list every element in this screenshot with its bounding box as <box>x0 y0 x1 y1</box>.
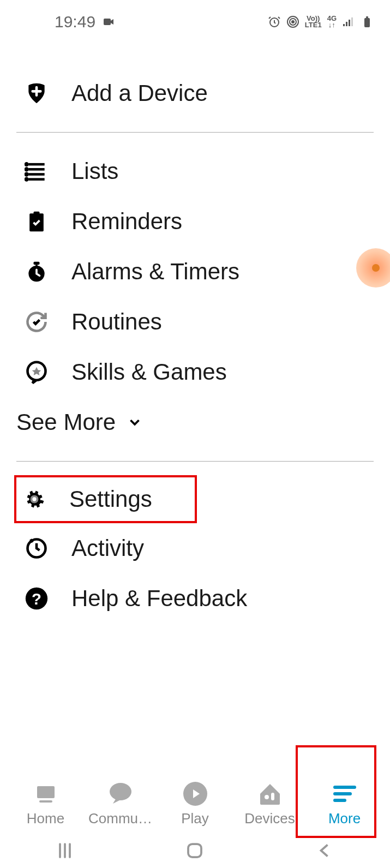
main-content: Add a Device Lists Reminders Alarms & Ti… <box>0 33 390 624</box>
svg-rect-10 <box>366 16 368 18</box>
nav-home[interactable]: Home <box>8 781 83 827</box>
activity-icon <box>25 536 49 560</box>
divider <box>16 132 374 133</box>
hotspot-icon <box>286 15 299 28</box>
clipboard-check-icon <box>25 209 49 234</box>
plus-shield-icon <box>25 81 49 105</box>
routines-icon <box>25 310 49 334</box>
alarms-timers-label: Alarms & Timers <box>71 259 239 285</box>
alarm-clock-icon <box>268 15 281 28</box>
svg-rect-7 <box>349 20 350 26</box>
nav-more-label: More <box>328 810 361 827</box>
svg-rect-6 <box>346 22 347 26</box>
gear-icon <box>22 487 46 511</box>
reminders-item[interactable]: Reminders <box>16 196 374 247</box>
devices-icon <box>257 781 283 807</box>
nav-home-label: Home <box>27 810 64 827</box>
lists-item[interactable]: Lists <box>16 146 374 196</box>
routines-label: Routines <box>71 309 162 335</box>
video-camera-icon <box>102 15 115 28</box>
battery-icon <box>361 15 374 28</box>
divider <box>16 461 374 462</box>
status-time: 19:49 <box>55 13 95 31</box>
chevron-down-icon <box>127 414 143 430</box>
nav-devices-label: Devices <box>244 810 295 827</box>
svg-point-16 <box>26 169 28 171</box>
alarms-timers-item[interactable]: Alarms & Timers <box>16 247 374 297</box>
svg-rect-33 <box>271 793 274 800</box>
status-bar: 19:49 Vo))LTE1 4G↓↑ <box>0 0 390 33</box>
help-feedback-label: Help & Feedback <box>71 585 247 612</box>
settings-label: Settings <box>69 486 152 512</box>
alarm-icon <box>25 260 49 284</box>
svg-rect-9 <box>364 18 370 27</box>
skills-games-item[interactable]: Skills & Games <box>16 347 374 397</box>
svg-rect-40 <box>188 844 201 857</box>
svg-rect-8 <box>351 17 353 26</box>
nav-play[interactable]: Play <box>158 781 232 827</box>
signal-icon <box>342 15 355 28</box>
svg-rect-0 <box>104 19 111 25</box>
add-device-item[interactable]: Add a Device <box>16 68 374 118</box>
see-more-label: See More <box>16 409 116 435</box>
svg-point-17 <box>26 173 28 176</box>
nav-communicate-label: Commu… <box>88 810 152 827</box>
reminders-label: Reminders <box>71 208 182 235</box>
svg-point-18 <box>26 178 28 181</box>
activity-item[interactable]: Activity <box>16 523 374 573</box>
play-icon <box>182 781 208 807</box>
home-button[interactable] <box>185 841 205 863</box>
home-icon <box>33 781 59 807</box>
back-button[interactable] <box>315 841 335 863</box>
svg-text:?: ? <box>32 590 41 608</box>
svg-point-15 <box>26 163 28 165</box>
recents-button[interactable] <box>55 841 75 863</box>
nav-communicate[interactable]: Commu… <box>83 781 158 827</box>
skills-games-label: Skills & Games <box>71 359 227 385</box>
4g-indicator-icon: 4G↓↑ <box>327 15 337 28</box>
routines-item[interactable]: Routines <box>16 297 374 347</box>
volte-indicator-icon: Vo))LTE1 <box>305 15 322 28</box>
svg-point-32 <box>265 795 269 799</box>
svg-rect-28 <box>37 786 55 798</box>
activity-label: Activity <box>71 535 144 561</box>
system-navigation <box>0 835 390 868</box>
bottom-navigation: Home Commu… Play Devices More <box>0 781 390 835</box>
status-left: 19:49 <box>55 13 115 31</box>
svg-rect-20 <box>34 212 40 215</box>
star-bubble-icon <box>25 360 49 384</box>
nav-more[interactable]: More <box>307 781 382 827</box>
more-menu-icon <box>332 781 358 807</box>
lists-label: Lists <box>71 158 118 184</box>
svg-point-30 <box>110 783 131 800</box>
help-feedback-item[interactable]: ? Help & Feedback <box>16 573 374 624</box>
nav-play-label: Play <box>181 810 209 827</box>
nav-devices[interactable]: Devices <box>232 781 307 827</box>
chat-bubble-icon <box>107 781 134 807</box>
settings-item[interactable]: Settings <box>14 475 197 523</box>
status-right: Vo))LTE1 4G↓↑ <box>268 15 374 28</box>
svg-rect-5 <box>343 24 345 26</box>
svg-rect-29 <box>39 800 52 803</box>
help-icon: ? <box>25 586 49 610</box>
list-icon <box>25 159 49 183</box>
screen-recorder-indicator-icon[interactable] <box>356 248 390 288</box>
svg-point-2 <box>292 21 294 23</box>
svg-rect-22 <box>34 262 40 265</box>
see-more-item[interactable]: See More <box>16 397 374 447</box>
add-device-label: Add a Device <box>71 80 208 106</box>
